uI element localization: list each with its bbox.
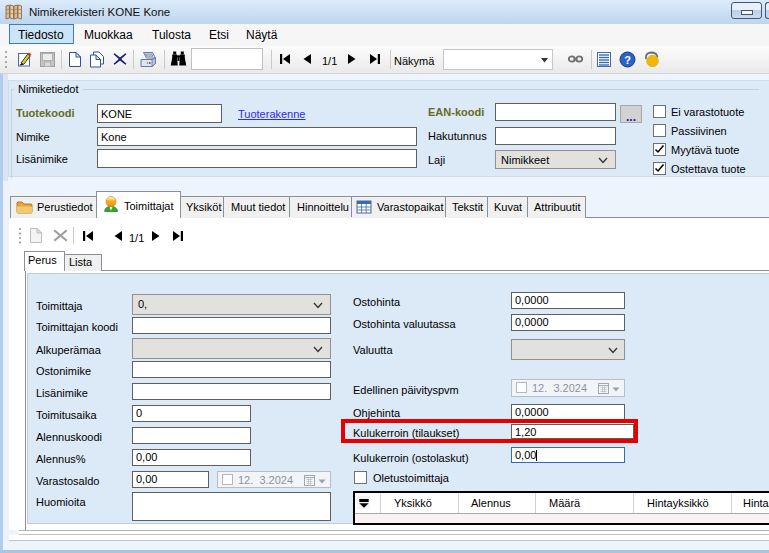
svg-text:?: ? [624,54,631,66]
